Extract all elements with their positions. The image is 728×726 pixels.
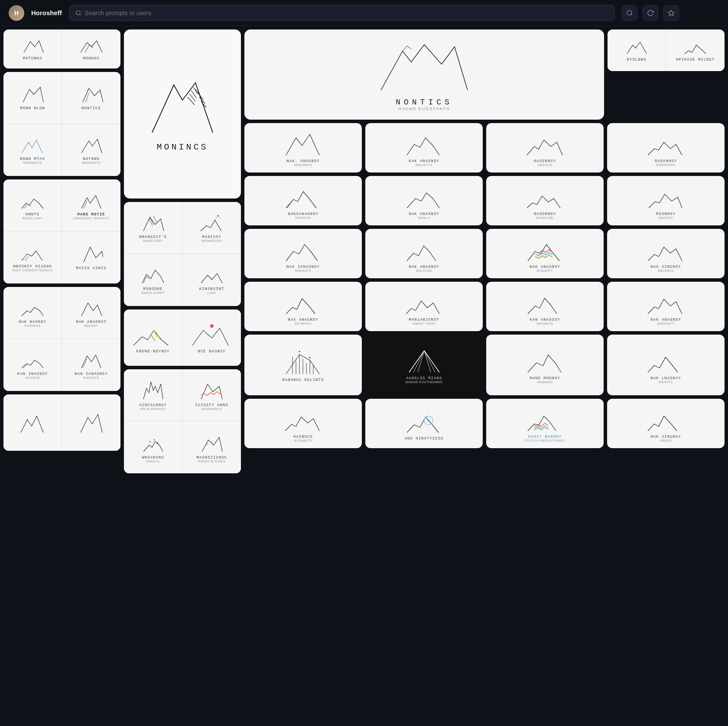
card-aincs[interactable]: AINCSASNSY IPR ALIINTANSY bbox=[124, 369, 182, 421]
mountain-svg bbox=[405, 346, 444, 374]
card-kndne[interactable]: KNDNE-NDYNSY bbox=[124, 309, 182, 366]
card-man1anjsnsy[interactable]: MAN1ANJSNSY NANSY TNIOS bbox=[365, 282, 483, 331]
search-btn-icon bbox=[626, 10, 633, 16]
mountain-svg bbox=[284, 129, 323, 157]
card-kak[interactable]: KAK ANASNSY MALINTYS bbox=[365, 123, 483, 173]
card-motungs[interactable]: MOTUNGS bbox=[3, 29, 62, 68]
card-bottom-left[interactable] bbox=[3, 394, 62, 451]
refresh-button[interactable] bbox=[643, 5, 658, 21]
card-bottom-right[interactable] bbox=[62, 394, 120, 451]
card-grid-4-1[interactable]: MONN NLON NONTICS NONN MTAS MEANANTS bbox=[3, 72, 120, 176]
card-nas-ainunsy[interactable]: NAS AINUNSY WAYANSS bbox=[607, 229, 725, 278]
card-nce[interactable]: NCE NASNSY bbox=[182, 309, 241, 366]
card-nontics-sm[interactable]: NONTICS bbox=[62, 72, 120, 124]
card-nax[interactable]: NAX ANASNSY AN MNISS bbox=[244, 282, 362, 331]
search-bar[interactable] bbox=[69, 5, 615, 21]
settings-button[interactable] bbox=[663, 5, 679, 21]
mountain-svg bbox=[526, 182, 565, 210]
card-mssnnsy[interactable]: MSSNNSY NAAINST bbox=[607, 176, 725, 225]
card-nak-ianasnsy[interactable]: NAK IANASNSY MAKANTS bbox=[244, 229, 362, 278]
mountain-svg bbox=[526, 288, 565, 316]
card-nak-1[interactable]: NAK. ANASNSY MIALINNYS bbox=[244, 123, 362, 173]
card-maniasy[interactable]: MANIASY MSINASUUN bbox=[182, 202, 241, 254]
mountain-svg bbox=[79, 85, 103, 104]
card-hainocs[interactable]: HAINOCS ACAANLTS bbox=[244, 399, 362, 448]
card-grid-4-col2-1[interactable]: NNANSSIY'S NAARLIINSY MANIASY MSINASUUN bbox=[124, 202, 241, 306]
card-hpipase[interactable]: HPIPASE MILNST bbox=[666, 29, 725, 71]
card-monincs-large[interactable]: MONINCS bbox=[124, 29, 241, 199]
settings-icon bbox=[668, 10, 675, 16]
card-naksanasnsy[interactable]: NAKSANASNSY FARANTS bbox=[244, 176, 362, 225]
card-ransnuc[interactable]: RANSNUC KSLINTS bbox=[244, 335, 362, 395]
card-kan-inasnsy[interactable]: KAN INASNSY AS ANTE bbox=[3, 339, 62, 391]
card-kasiy-nasnsy[interactable]: KASIY NASNSY FYUTICK ANIFUUTIONSY bbox=[486, 399, 604, 448]
svg-line-18 bbox=[151, 335, 155, 341]
card-nak-anasnsy-4[interactable]: NAK ANASNSY EAINSNTY bbox=[607, 282, 725, 331]
avatar[interactable]: H bbox=[9, 5, 24, 21]
card-ryslnns[interactable]: RYSLNNS bbox=[608, 29, 666, 71]
card-nak-lnasnyy[interactable]: NAK LNASNYY MOASTS bbox=[607, 335, 725, 395]
svg-line-8 bbox=[188, 97, 195, 105]
card-masns[interactable]: MASNSIIINSS RANSY ALTIISES bbox=[182, 421, 241, 473]
card-nak-anasnsy-multi[interactable]: NAK ANASNSY MSAANTY bbox=[486, 229, 604, 278]
card-grid-motungs[interactable]: MOTUNGS MONNGS bbox=[3, 29, 120, 68]
mountain-svg bbox=[78, 37, 104, 55]
card-rasannsy[interactable]: RASANNSY RODNTNSS bbox=[607, 123, 725, 173]
card-nan-ianasnsy[interactable]: NAN IANASNSY NIASINTS bbox=[62, 339, 120, 391]
card-nonn-mtas[interactable]: NONN MTAS MEANANTS bbox=[3, 124, 62, 176]
card-grid-2-col2-2[interactable]: KNDNE-NDYNSY NCE NASNSY bbox=[124, 309, 241, 366]
card-kassnnsy[interactable]: KASSNNSY FASISSS bbox=[486, 123, 604, 173]
card-grid-4-3[interactable]: NAK NASNSY RASNNSS NAK ANASNST MAUSSY KA… bbox=[3, 287, 120, 391]
search-icon bbox=[75, 10, 81, 16]
mountain-svg-large bbox=[143, 76, 221, 137]
svg-point-21 bbox=[149, 441, 150, 442]
mountain-svg bbox=[190, 322, 234, 348]
card-aanslss-dark[interactable]: AANSLSS MIANS NNNISS KOUTINSIMNS bbox=[365, 335, 483, 395]
mountain-svg bbox=[625, 39, 649, 56]
card-nnssniy[interactable]: NNSSNIY HIASNS ANSY SUNNSST NSSSSY bbox=[3, 231, 62, 283]
mountain-svg bbox=[647, 182, 686, 210]
card-kinsnsint[interactable]: KINSNSINT LANS bbox=[182, 254, 241, 306]
svg-point-25 bbox=[211, 441, 213, 442]
card-ans-hinatysiss[interactable]: ANS HINATYSISS bbox=[365, 399, 483, 448]
card-nnanssiy[interactable]: NNANSSIY'S NAARLIINSY bbox=[124, 202, 182, 254]
search-button[interactable] bbox=[622, 5, 637, 21]
mountain-svg bbox=[79, 299, 103, 318]
mountain-svg bbox=[405, 235, 444, 263]
card-nak-anasnsy-3[interactable]: NAK ANASNSY MALDSSS bbox=[365, 229, 483, 278]
card-msnsdne[interactable]: MSNSDNE SNASS ASNEY bbox=[124, 254, 182, 306]
card-nak-anasnsy-2[interactable]: NAK ANASNSY NANS S bbox=[365, 176, 483, 225]
card-grid-4-2[interactable]: RNNTS RASSLLUNY MANS MSTIE HANSASISY NIN… bbox=[3, 179, 120, 283]
card-wnsanins[interactable]: WNSANINS ANASYS bbox=[124, 421, 182, 473]
card-rnnts[interactable]: RNNTS RASSLLUNY bbox=[3, 179, 62, 231]
card-grid-bottom-1[interactable] bbox=[3, 394, 120, 451]
card-nontics-large[interactable]: NONTICS HAKMS EUGSFANTH bbox=[244, 29, 604, 120]
card-nak-nasnsy-1[interactable]: NAK NASNSY RASNNSS bbox=[3, 287, 62, 339]
card-hak-ainunsy[interactable]: HAK AINUNSY RANSS bbox=[607, 399, 725, 448]
svg-line-19 bbox=[157, 335, 161, 340]
mountain-svg bbox=[200, 380, 224, 401]
card-maiss-ainis[interactable]: MAISS AINIS bbox=[62, 231, 120, 283]
mountain-svg bbox=[683, 39, 707, 56]
card-monngs[interactable]: MONNGS bbox=[62, 29, 120, 68]
card-grid-4-col2-3[interactable]: AINCSASNSY IPR ALIINTANSY IAISSTY ANNS A… bbox=[124, 369, 241, 473]
mountain-svg bbox=[647, 405, 686, 433]
card-iaissty[interactable]: IAISSTY ANNS AANSANNYS bbox=[182, 369, 241, 421]
column-3-4: NONTICS HAKMS EUGSFANTH RYSLNNS bbox=[244, 29, 725, 473]
card-mans-mstie[interactable]: MANS MSTIE HANSASISY NINOUYS bbox=[62, 179, 120, 231]
search-input[interactable] bbox=[85, 10, 608, 16]
mountain-svg bbox=[141, 214, 165, 233]
card-notnns[interactable]: NOTNNS MEANANTS bbox=[62, 124, 120, 176]
card-mans-moonsy[interactable]: MANS MOONSY MOANSIS bbox=[486, 335, 604, 395]
row-4-nax: NAX ANASNSY AN MNISS MAN1ANJSNSY NANSY T… bbox=[244, 282, 725, 331]
card-monn-nlon[interactable]: MONN NLON bbox=[3, 72, 62, 124]
mountain-svg bbox=[141, 380, 165, 401]
mountain-svg bbox=[526, 346, 565, 374]
card-rassnnsy[interactable]: RASSNNSY ASSASLIBL bbox=[486, 176, 604, 225]
mountain-svg bbox=[284, 405, 323, 433]
top-right-col: RYSLNNS HPIPASE MILNST bbox=[608, 29, 725, 120]
card-nak-anasnst[interactable]: NAK ANASNST MAUSSY bbox=[62, 287, 120, 339]
card-kan-anasusy[interactable]: KAN ANASUSY MASANTS bbox=[486, 282, 604, 331]
card-grid-ryslnns[interactable]: RYSLNNS HPIPASE MILNST bbox=[608, 29, 725, 71]
mountain-svg bbox=[647, 346, 686, 374]
